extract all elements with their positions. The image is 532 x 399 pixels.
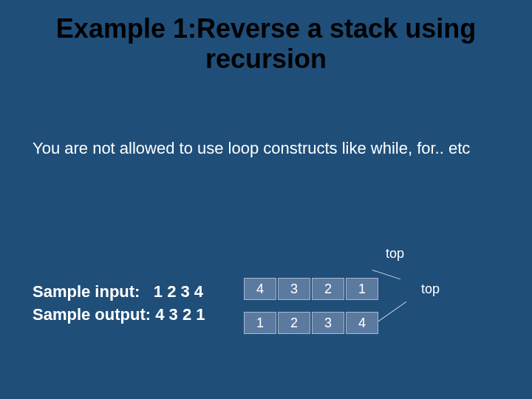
sample-output-line: Sample output: 4 3 2 1 bbox=[33, 304, 205, 327]
stack-row-2: 1 2 3 4 bbox=[244, 312, 380, 334]
stack-cell: 1 bbox=[346, 278, 378, 300]
stack-diagram: 4 3 2 1 1 2 3 4 bbox=[244, 278, 380, 346]
stack-cell: 1 bbox=[244, 312, 276, 334]
stack-cell: 3 bbox=[278, 278, 310, 300]
top-label-lower: top bbox=[421, 282, 440, 297]
sample-output-label: Sample output: bbox=[33, 305, 155, 324]
slide-title: Example 1:Reverse a stack using recursio… bbox=[0, 0, 532, 75]
stack-cell: 4 bbox=[244, 278, 276, 300]
stack-cell: 2 bbox=[312, 278, 344, 300]
top-label-upper: top bbox=[386, 246, 404, 262]
sample-output-value: 4 3 2 1 bbox=[155, 305, 205, 324]
stack-cell: 2 bbox=[278, 312, 310, 334]
sample-block: Sample input: 1 2 3 4 Sample output: 4 3… bbox=[33, 281, 205, 327]
sample-input-value: 1 2 3 4 bbox=[154, 282, 203, 301]
sample-input-label: Sample input: bbox=[33, 282, 154, 301]
constraint-text: You are not allowed to use loop construc… bbox=[33, 139, 470, 158]
stack-row-1: 4 3 2 1 bbox=[244, 278, 380, 300]
sample-input-line: Sample input: 1 2 3 4 bbox=[33, 281, 205, 304]
stack-cell: 3 bbox=[312, 312, 344, 334]
stack-cell: 4 bbox=[346, 312, 378, 334]
